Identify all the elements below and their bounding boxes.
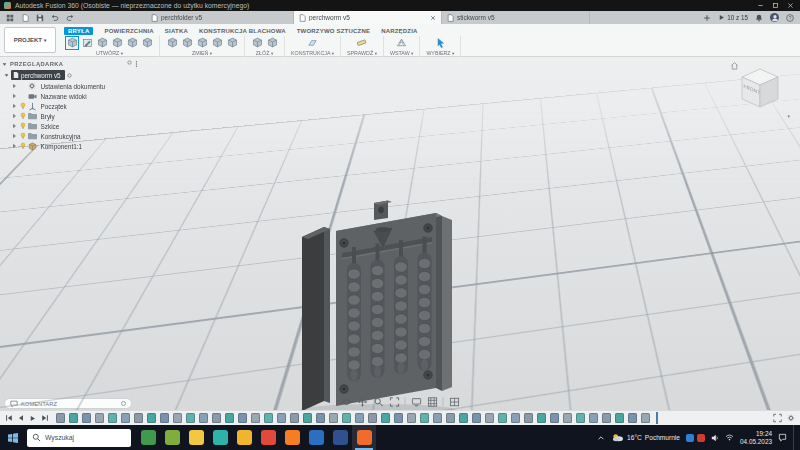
timeline-feature-icon[interactable]	[576, 413, 585, 423]
expand-arrow-icon[interactable]	[12, 123, 17, 129]
close-button[interactable]	[783, 0, 798, 11]
new-component-icon[interactable]	[66, 37, 78, 49]
visibility-bulb-icon[interactable]	[20, 142, 26, 150]
timeline-feature-icon[interactable]	[56, 413, 65, 423]
comment-options-icon[interactable]	[121, 401, 126, 406]
timeline-skip-start-icon[interactable]	[4, 414, 13, 423]
ribbon-tab[interactable]: NARZĘDZIA	[381, 28, 417, 34]
create-sketch-icon[interactable]	[81, 37, 93, 49]
ribbon-tab[interactable]: BRYŁA	[64, 27, 93, 35]
viewcube-menu-icon[interactable]: ▾	[787, 113, 790, 119]
construction-plane-icon[interactable]	[306, 37, 318, 49]
timeline-feature-icon[interactable]	[160, 413, 169, 423]
align-components-icon[interactable]	[266, 37, 278, 49]
ribbon-group-label[interactable]: KONSTRUKCJA ▾	[291, 50, 334, 56]
taskbar-app-chrome-browser[interactable]	[256, 425, 280, 450]
visibility-bulb-icon[interactable]	[20, 122, 26, 130]
close-tab-icon[interactable]	[430, 15, 436, 21]
taskbar-app-app-yellow[interactable]	[232, 425, 256, 450]
document-tab[interactable]: perchfolder v5	[146, 11, 294, 24]
timeline-zoom-fit-icon[interactable]	[773, 414, 782, 423]
file-menu-icon[interactable]	[20, 11, 30, 24]
timeline-feature-icon[interactable]	[615, 413, 624, 423]
ribbon-group-label[interactable]: WYBIERZ ▾	[426, 50, 454, 56]
save-icon[interactable]	[35, 11, 45, 24]
home-view-icon[interactable]	[730, 61, 739, 70]
timeline-feature-icon[interactable]	[212, 413, 221, 423]
document-tab[interactable]: perchworm v5	[294, 11, 442, 24]
ribbon-group-label[interactable]: SPRAWDŹ ▾	[347, 50, 377, 56]
expand-arrow-icon[interactable]	[4, 73, 9, 78]
timeline-feature-icon[interactable]	[225, 413, 234, 423]
timeline-feature-icon[interactable]	[641, 413, 650, 423]
zoom-icon[interactable]	[373, 396, 384, 407]
timeline-marker[interactable]	[656, 412, 658, 424]
ribbon-tab[interactable]: KONSTRUKCJA BLACHOWA	[199, 28, 286, 34]
start-button[interactable]	[0, 425, 26, 450]
show-desktop-button[interactable]	[793, 425, 797, 450]
job-status[interactable]: 10 z 15	[718, 14, 748, 21]
browser-menu-icon[interactable]	[135, 60, 138, 68]
expand-arrow-icon[interactable]	[12, 93, 17, 99]
grid-settings-icon[interactable]	[427, 396, 438, 407]
taskbar-app-app-green[interactable]	[136, 425, 160, 450]
timeline-feature-icon[interactable]	[290, 413, 299, 423]
taskbar-app-app-olive[interactable]	[160, 425, 184, 450]
comment-bar[interactable]: KOMENTARZ	[4, 398, 132, 409]
browser-item[interactable]: Bryły	[2, 111, 142, 121]
volume-icon[interactable]	[711, 434, 719, 442]
ribbon-tab[interactable]: SIATKA	[165, 28, 188, 34]
ribbon-group-label[interactable]: ZMIEŃ ▾	[192, 50, 212, 56]
timeline-feature-icon[interactable]	[537, 413, 546, 423]
timeline-strip[interactable]	[56, 412, 765, 424]
timeline-options-icon[interactable]	[786, 414, 795, 423]
browser-item[interactable]: Szkice	[2, 121, 142, 131]
timeline-feature-icon[interactable]	[251, 413, 260, 423]
timeline-feature-icon[interactable]	[95, 413, 104, 423]
browser-item[interactable]: Komponent1:1	[2, 141, 142, 151]
taskbar-app-app-teal[interactable]	[208, 425, 232, 450]
maximize-button[interactable]	[768, 0, 783, 11]
timeline-feature-icon[interactable]	[342, 413, 351, 423]
visibility-bulb-icon[interactable]	[20, 132, 26, 140]
viewports-icon[interactable]	[449, 396, 460, 407]
timeline-feature-icon[interactable]	[355, 413, 364, 423]
timeline-feature-icon[interactable]	[433, 413, 442, 423]
primitive-box-icon[interactable]	[141, 37, 153, 49]
timeline-feature-icon[interactable]	[108, 413, 117, 423]
document-tab[interactable]: stickworm v5	[442, 11, 590, 24]
user-avatar[interactable]	[770, 13, 779, 22]
timeline-feature-icon[interactable]	[394, 413, 403, 423]
revolve-icon[interactable]	[111, 37, 123, 49]
timeline-feature-icon[interactable]	[485, 413, 494, 423]
redo-icon[interactable]	[65, 11, 75, 24]
help-icon[interactable]: ?	[785, 11, 795, 24]
timeline-feature-icon[interactable]	[264, 413, 273, 423]
browser-options-icon[interactable]	[127, 60, 132, 68]
taskbar-app-file-explorer[interactable]	[184, 425, 208, 450]
timeline-feature-icon[interactable]	[199, 413, 208, 423]
timeline-feature-icon[interactable]	[459, 413, 468, 423]
visibility-bulb-icon[interactable]	[20, 112, 26, 120]
notifications-bell-icon[interactable]	[754, 11, 764, 24]
timeline-feature-icon[interactable]	[134, 413, 143, 423]
timeline-feature-icon[interactable]	[238, 413, 247, 423]
timeline-feature-icon[interactable]	[524, 413, 533, 423]
back-plate[interactable]	[436, 213, 452, 391]
collapse-arrow-icon[interactable]	[2, 62, 7, 67]
fit-view-icon[interactable]	[389, 396, 400, 407]
timeline-feature-icon[interactable]	[277, 413, 286, 423]
ribbon-group-label[interactable]: ZŁÓŻ ▾	[256, 50, 273, 56]
timeline-skip-end-icon[interactable]	[40, 414, 49, 423]
timeline-feature-icon[interactable]	[446, 413, 455, 423]
timeline-feature-icon[interactable]	[329, 413, 338, 423]
timeline-feature-icon[interactable]	[550, 413, 559, 423]
timeline-feature-icon[interactable]	[147, 413, 156, 423]
expand-arrow-icon[interactable]	[12, 113, 17, 119]
ribbon-tab[interactable]: TWORZYWO SZTUCZNE	[297, 28, 370, 34]
tray-expand-icon[interactable]	[597, 434, 605, 442]
measure-icon[interactable]	[356, 37, 368, 49]
timeline-feature-icon[interactable]	[381, 413, 390, 423]
timeline-feature-icon[interactable]	[563, 413, 572, 423]
view-cube-faces[interactable]	[734, 63, 786, 113]
